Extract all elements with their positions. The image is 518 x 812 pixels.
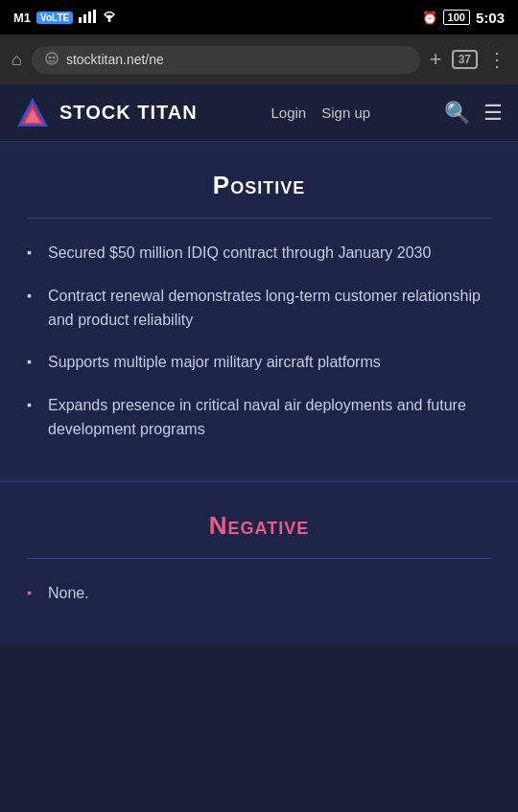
status-bar: M1 VoLTE ⏰ 100 5:03: [0, 0, 518, 35]
browser-toolbar: ⌂ stocktitan.net/ne + 37 ⋮: [0, 35, 518, 84]
positive-bullets-list: Secured $50 million IDIQ contract throug…: [27, 242, 491, 442]
volte-badge: VoLTE: [36, 12, 73, 24]
list-item: Expands presence in critical naval air d…: [27, 394, 491, 442]
signup-link[interactable]: Sign up: [321, 104, 370, 121]
nav-icons: 🔍 ☰: [444, 101, 503, 126]
list-item: Contract renewal demonstrates long-term …: [27, 285, 491, 333]
svg-point-7: [52, 56, 55, 58]
svg-point-6: [48, 56, 51, 58]
browser-menu-button[interactable]: ⋮: [487, 48, 506, 71]
logo-area: STOCK TITAN: [15, 96, 198, 130]
signal-icon: [79, 10, 96, 26]
address-bar[interactable]: stocktitan.net/ne: [32, 46, 420, 74]
list-item: Supports multiple major military aircraf…: [27, 351, 491, 375]
logo-icon: [15, 96, 50, 130]
login-link[interactable]: Login: [271, 104, 307, 121]
positive-divider: [27, 218, 491, 219]
carrier-label: M1: [13, 11, 31, 25]
new-tab-button[interactable]: +: [430, 47, 442, 72]
search-icon[interactable]: 🔍: [444, 101, 470, 126]
battery-indicator: 100: [443, 10, 470, 25]
site-logo-text: STOCK TITAN: [59, 102, 198, 124]
svg-rect-1: [83, 14, 86, 23]
main-content: Positive Secured $50 million IDIQ contra…: [0, 142, 518, 644]
list-item: Secured $50 million IDIQ contract throug…: [27, 242, 491, 266]
negative-section: Negative None.: [0, 482, 518, 644]
url-text: stocktitan.net/ne: [66, 52, 164, 67]
status-left: M1 VoLTE: [13, 10, 117, 26]
nav-links: Login Sign up: [271, 104, 371, 121]
negative-section-title: Negative: [27, 511, 491, 541]
site-security-icon: [45, 52, 59, 68]
negative-bullets-list: None.: [27, 582, 491, 606]
svg-rect-3: [93, 10, 96, 23]
time-display: 5:03: [476, 10, 505, 26]
negative-divider: [27, 558, 491, 559]
svg-rect-2: [88, 12, 91, 23]
wifi-icon: [102, 10, 117, 25]
svg-rect-0: [79, 17, 82, 23]
status-right: ⏰ 100 5:03: [422, 10, 505, 26]
list-item: None.: [27, 582, 491, 606]
hamburger-menu-icon[interactable]: ☰: [483, 101, 503, 126]
positive-section-title: Positive: [27, 171, 491, 200]
site-header: STOCK TITAN Login Sign up 🔍 ☰: [0, 84, 518, 142]
svg-point-4: [108, 19, 111, 22]
home-button[interactable]: ⌂: [12, 50, 22, 70]
tab-count-badge[interactable]: 37: [452, 50, 478, 69]
alarm-icon: ⏰: [422, 11, 437, 25]
positive-section: Positive Secured $50 million IDIQ contra…: [0, 142, 518, 482]
